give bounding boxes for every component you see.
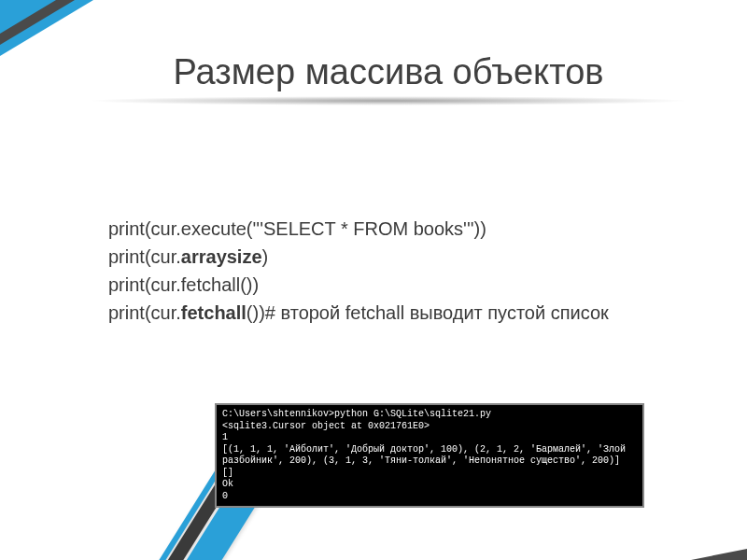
terminal-line: []: [222, 468, 233, 478]
title-shadow: [86, 96, 691, 105]
code-text: ())# второй fetchall выводит пустой спис…: [247, 302, 609, 323]
code-line-3: print(cur.fetchall()): [108, 271, 691, 299]
title-container: Размер массива объектов: [86, 52, 691, 105]
terminal-line: [(1, 1, 1, 'Айболит', 'Добрый доктор', 1…: [222, 444, 631, 467]
terminal-output: C:\Users\shtennikov>python G:\SQLite\sql…: [215, 403, 644, 508]
code-line-1: print(cur.execute('''SELECT * FROM books…: [108, 215, 691, 243]
code-line-2: print(cur.arraysize): [108, 243, 691, 271]
code-bold: arraysize: [181, 246, 262, 267]
code-text: ): [262, 246, 269, 267]
terminal-line: 1: [222, 432, 228, 442]
slide: Размер массива объектов print(cur.execut…: [0, 0, 747, 560]
terminal-line: <sqlite3.Cursor object at 0x021761E0>: [222, 421, 430, 431]
terminal-line: 0: [222, 491, 228, 501]
code-text: print(cur.execute('''SELECT * FROM books…: [108, 218, 486, 239]
code-text: print(cur.: [108, 302, 181, 323]
code-bold: fetchall: [181, 302, 247, 323]
code-line-4: print(cur.fetchall())# второй fetchall в…: [108, 299, 691, 327]
terminal-line: C:\Users\shtennikov>python G:\SQLite\sql…: [222, 409, 491, 419]
code-content: print(cur.execute('''SELECT * FROM books…: [108, 215, 691, 327]
accent-corner-br: [691, 549, 747, 560]
terminal-line: Ok: [222, 479, 233, 489]
slide-title: Размер массива объектов: [86, 52, 691, 92]
code-text: print(cur.fetchall()): [108, 274, 259, 295]
code-text: print(cur.: [108, 246, 181, 267]
accent-triangle-3: [0, 0, 56, 34]
